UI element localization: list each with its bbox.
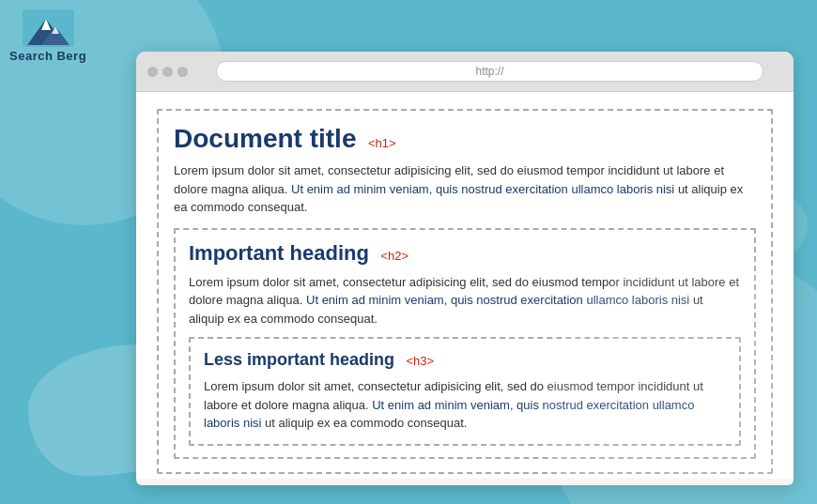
h2-inner-section: Important heading <h2> Lorem ipsum dolor… <box>174 228 756 459</box>
browser-dot-2 <box>162 67 173 77</box>
browser-dot-1 <box>147 67 158 77</box>
browser-content: Document title <h1> Lorem ipsum dolor si… <box>136 92 794 479</box>
h1-heading-row: Document title <h1> <box>174 124 756 154</box>
h2-body-text: Lorem ipsum dolor sit amet, consectetur … <box>189 273 741 328</box>
h3-heading-row: Less important heading <h3> <box>204 350 726 370</box>
h2-tag: <h2> <box>380 249 408 263</box>
h3-heading: Less important heading <box>204 350 394 369</box>
browser-dots <box>147 67 188 77</box>
h3-tag: <h3> <box>406 354 434 368</box>
h1-body-text: Lorem ipsum dolor sit amet, consectetur … <box>174 161 756 217</box>
browser-toolbar: http:// <box>136 52 794 92</box>
browser-window: http:// Document title <h1> Lorem ipsum … <box>136 52 794 485</box>
logo-mountain-icon <box>23 9 74 47</box>
h1-heading: Document title <box>174 124 356 153</box>
h3-body-text: Lorem ipsum dolor sit amet, consectetur … <box>204 377 726 433</box>
h3-inner-section: Less important heading <h3> Lorem ipsum … <box>189 337 741 446</box>
browser-dot-3 <box>177 67 188 77</box>
logo-label: Search Berg <box>9 49 86 63</box>
address-bar[interactable]: http:// <box>216 61 763 82</box>
h1-outer-section: Document title <h1> Lorem ipsum dolor si… <box>157 109 773 474</box>
h1-tag: <h1> <box>368 136 396 150</box>
logo: Search Berg <box>9 9 86 63</box>
h2-heading-row: Important heading <h2> <box>189 241 741 266</box>
h2-heading: Important heading <box>189 241 369 265</box>
